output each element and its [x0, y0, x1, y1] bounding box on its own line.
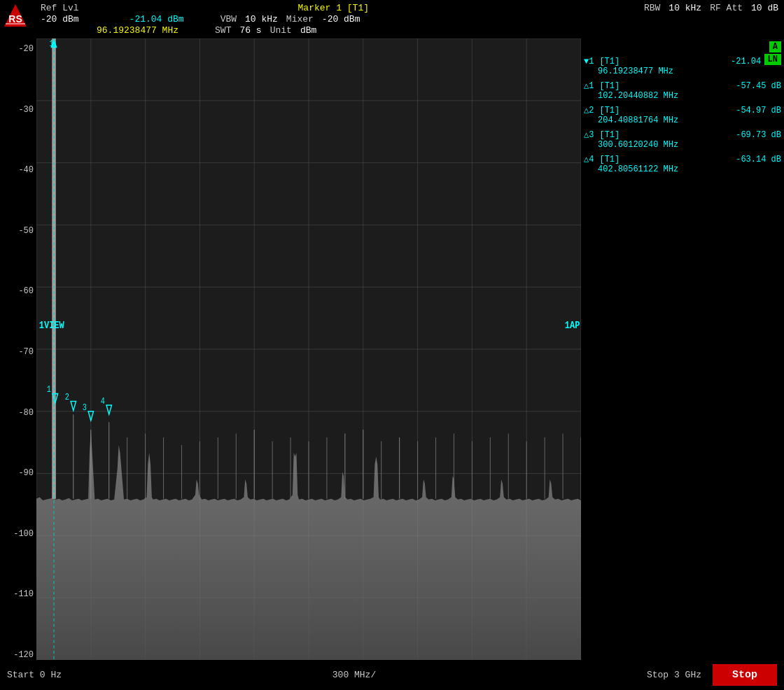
rf-att-label: RF Att [710, 3, 743, 13]
ref-lvl-label: Ref Lvl [41, 3, 79, 13]
marker1-sym: ▼1 [584, 57, 594, 66]
swt-label: SWT [215, 25, 231, 36]
rbw-label: RBW [644, 3, 660, 13]
vbw-value: 10 kHz [245, 14, 278, 24]
y-label-20: -20 [0, 44, 34, 54]
ref-lvl-value: -20 dBm [41, 14, 79, 24]
marker-d1-sym: △1 [584, 80, 594, 91]
stop-button[interactable]: Stop [713, 664, 777, 686]
marker-d3-tag: [T1] [599, 130, 620, 140]
marker-title: Marker 1 [T1] [88, 3, 580, 13]
footer-bar: Start 0 Hz 300 MHz/ Stop 3 GHz Stop [0, 660, 784, 690]
chart-area: -20 -30 -40 -50 -60 -70 -80 -90 -100 -11… [0, 38, 784, 660]
swt-value: 76 s [239, 25, 261, 36]
ap-label: 1AP [565, 321, 580, 332]
marker-d4-sym: △4 [584, 154, 594, 164]
marker-panel: A LN ▼1 [T1] -21.04 dBm 96.19238477 MHz … [581, 38, 784, 660]
svg-text:RS: RS [8, 13, 22, 24]
marker-d2-sym: △2 [584, 105, 594, 115]
vbw-label: VBW [220, 14, 237, 24]
marker-entry-d4: △4 [T1] -63.14 dB 402.80561122 MHz [584, 154, 781, 174]
marker-d1-freq: 102.20440882 MHz [584, 91, 781, 101]
marker-d3-sym: △3 [584, 129, 594, 140]
y-label-40: -40 [0, 165, 34, 175]
marker-entry-d3: △3 [T1] -69.73 dB 300.60120240 MHz [584, 129, 781, 150]
y-label-100: -100 [0, 529, 34, 539]
marker-d4-row: △4 [T1] -63.14 dB [584, 154, 781, 164]
center-label: 300 MHz/ [332, 670, 376, 680]
marker-entry-1: ▼1 [T1] -21.04 dBm 96.19238477 MHz [584, 57, 781, 76]
marker-d1-tag: [T1] [599, 81, 620, 91]
logo-icon: RS [3, 3, 28, 28]
rf-att-value: 10 dB [751, 3, 778, 13]
marker-freq: 96.19238477 MHz [97, 25, 178, 36]
y-label-30: -30 [0, 105, 34, 115]
marker-d3-freq: 300.60120240 MHz [584, 140, 781, 150]
y-label-70: -70 [0, 347, 34, 357]
svg-text:2: 2 [65, 393, 69, 402]
rbw-value: 10 kHz [668, 3, 701, 13]
spectrum-plot: 1 1 2 3 4 1VIEW 1AP [36, 38, 581, 660]
y-label-60: -60 [0, 286, 34, 296]
stop-freq-label: Stop 3 GHz [647, 670, 701, 680]
marker-d3-value: -69.73 dB [736, 130, 781, 140]
trace-a-tag: A [769, 41, 781, 52]
marker-d1-value: -57.45 dB [736, 81, 781, 91]
marker-d1-row: △1 [T1] -57.45 dB [584, 80, 781, 91]
marker-value: -21.04 dBm [130, 14, 184, 24]
plot-area: 1 1 2 3 4 1VIEW 1AP [36, 38, 581, 660]
start-label: Start 0 Hz [7, 670, 62, 680]
svg-text:4: 4 [101, 397, 105, 406]
marker-d4-freq: 402.80561122 MHz [584, 164, 781, 174]
y-label-90: -90 [0, 468, 34, 478]
y-label-120: -120 [0, 650, 34, 660]
marker-d2-freq: 204.40881764 MHz [584, 115, 781, 125]
spectrum-analyzer: RS Ref Lvl Marker 1 [T1] RBW 10 kHz RF A… [0, 0, 784, 690]
mixer-label: Mixer [286, 14, 314, 24]
marker-d4-value: -63.14 dB [736, 155, 781, 164]
marker-d2-value: -54.97 dB [736, 106, 781, 115]
svg-text:3: 3 [83, 403, 87, 412]
svg-text:1: 1 [50, 39, 54, 48]
trace-ln-tag: LN [764, 54, 781, 65]
mixer-value: -20 dBm [322, 14, 360, 24]
header-bar: RS Ref Lvl Marker 1 [T1] RBW 10 kHz RF A… [0, 0, 784, 38]
y-label-80: -80 [0, 408, 34, 418]
marker-d2-row: △2 [T1] -54.97 dB [584, 105, 781, 115]
svg-text:1: 1 [47, 386, 51, 395]
view-label: 1VIEW [39, 321, 64, 332]
marker-entry-d1: △1 [T1] -57.45 dB 102.20440882 MHz [584, 80, 781, 101]
marker-1-row: ▼1 [T1] -21.04 dBm [584, 57, 781, 66]
y-label-50: -50 [0, 226, 34, 236]
marker-d3-row: △3 [T1] -69.73 dB [584, 129, 781, 140]
marker-d2-tag: [T1] [599, 106, 620, 115]
y-axis: -20 -30 -40 -50 -60 -70 -80 -90 -100 -11… [0, 38, 36, 660]
marker-d4-tag: [T1] [599, 155, 620, 164]
unit-label: Unit [270, 25, 292, 36]
y-label-110: -110 [0, 589, 34, 599]
marker1-freq: 96.19238477 MHz [584, 66, 781, 76]
unit-value: dBm [300, 25, 316, 36]
marker-entry-d2: △2 [T1] -54.97 dB 204.40881764 MHz [584, 105, 781, 125]
marker1-tag: [T1] [599, 57, 620, 66]
